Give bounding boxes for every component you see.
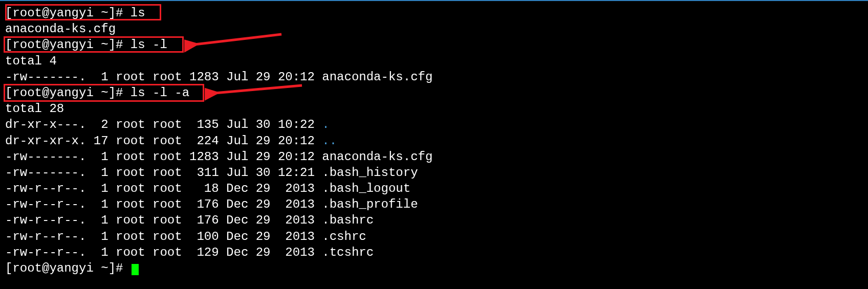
- terminal-line[interactable]: [root@yangyi ~]#: [5, 260, 863, 276]
- terminal-output: -rw-------. 1 root root 1283 Jul 29 20:1…: [5, 149, 863, 165]
- command-text: ls -l -a: [131, 86, 189, 100]
- terminal-output: -rw-r--r--. 1 root root 18 Dec 29 2013 .…: [5, 181, 863, 196]
- terminal-line: [root@yangyi ~]# ls: [5, 5, 863, 21]
- prompt: [root@yangyi ~]#: [5, 38, 131, 52]
- prompt: [root@yangyi ~]#: [5, 86, 131, 100]
- terminal-output: total 4: [5, 53, 863, 69]
- terminal-output: -rw-------. 1 root root 311 Jul 30 12:21…: [5, 165, 863, 181]
- terminal-line: [root@yangyi ~]# ls -l: [5, 37, 863, 53]
- terminal-output: -rw-r--r--. 1 root root 176 Dec 29 2013 …: [5, 196, 863, 212]
- terminal-line: [root@yangyi ~]# ls -l -a: [5, 85, 863, 101]
- terminal-output: -rw-r--r--. 1 root root 129 Dec 29 2013 …: [5, 244, 863, 260]
- cursor: [132, 264, 139, 275]
- terminal-output: total 28: [5, 101, 863, 117]
- prompt: [root@yangyi ~]#: [5, 261, 131, 275]
- terminal-output: dr-xr-x---. 2 root root 135 Jul 30 10:22…: [5, 117, 863, 132]
- prompt: [root@yangyi ~]#: [5, 6, 131, 20]
- terminal-output: -rw-------. 1 root root 1283 Jul 29 20:1…: [5, 69, 863, 85]
- terminal-output: dr-xr-xr-x. 17 root root 224 Jul 29 20:1…: [5, 133, 863, 149]
- command-text: ls -l: [131, 38, 167, 52]
- terminal-output: -rw-r--r--. 1 root root 176 Dec 29 2013 …: [5, 212, 863, 228]
- terminal-output: -rw-r--r--. 1 root root 100 Dec 29 2013 …: [5, 229, 863, 244]
- terminal-output: anaconda-ks.cfg: [5, 21, 863, 37]
- command-text: ls: [131, 6, 145, 20]
